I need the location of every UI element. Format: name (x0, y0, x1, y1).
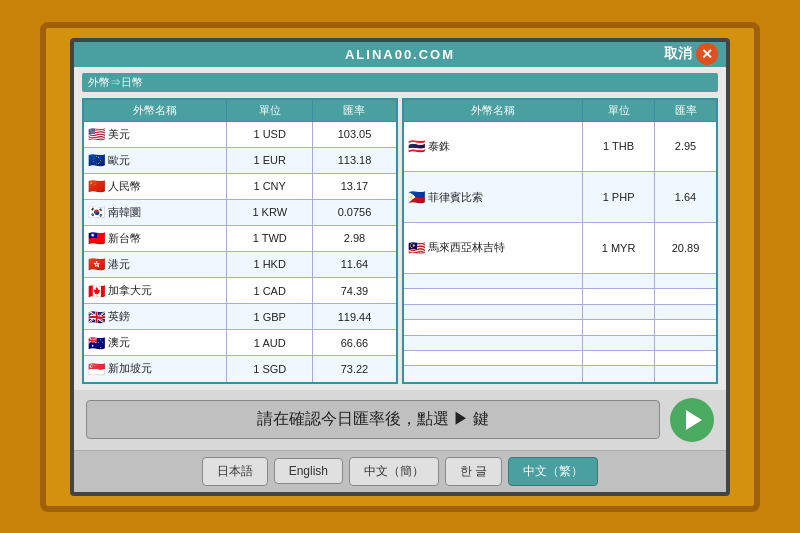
rate-cell (655, 304, 717, 319)
flag-icon: 🇹🇭 (408, 138, 425, 154)
unit-cell: 1 CNY (227, 173, 312, 199)
table-row: 🇵🇭 菲律賓比索 1 PHP 1.64 (403, 172, 717, 223)
currency-cell: 🇬🇧 英鎊 (83, 304, 227, 330)
currency-cell (403, 304, 583, 319)
currency-name: 美元 (108, 127, 130, 142)
machine-frame: ALINA00.COM 取消 ✕ 外幣⇒日幣 外幣名稱 單位 匯率 (40, 22, 760, 512)
language-button[interactable]: English (274, 458, 343, 484)
table-row (403, 304, 717, 319)
table-row (403, 366, 717, 383)
table-row: 🇲🇾 馬來西亞林吉特 1 MYR 20.89 (403, 223, 717, 274)
currency-name: 泰銖 (428, 139, 450, 154)
language-button[interactable]: 中文（繁） (508, 457, 598, 486)
currency-name: 新台幣 (108, 231, 141, 246)
language-bar: 日本語English中文（簡）한 글中文（繁） (74, 450, 726, 492)
rate-cell: 2.95 (655, 121, 717, 172)
table-row: 🇪🇺 歐元 1 EUR 113.18 (83, 147, 397, 173)
rate-cell (655, 273, 717, 288)
currency-cell: 🇰🇷 南韓圜 (83, 199, 227, 225)
unit-cell (583, 289, 655, 304)
play-icon (686, 410, 702, 430)
unit-cell: 1 CAD (227, 277, 312, 303)
unit-cell: 1 MYR (583, 223, 655, 274)
confirm-area: 請在確認今日匯率後，點選 ▶ 鍵 (74, 390, 726, 450)
cancel-button[interactable]: 取消 ✕ (664, 43, 718, 65)
unit-cell: 1 KRW (227, 199, 312, 225)
unit-cell (583, 320, 655, 335)
rate-cell (655, 289, 717, 304)
language-button[interactable]: 中文（簡） (349, 457, 439, 486)
currency-name: 英鎊 (108, 309, 130, 324)
currency-name: 加拿大元 (108, 283, 152, 298)
flag-icon: 🇰🇷 (88, 204, 105, 220)
exchange-table-wrapper: 外幣名稱 單位 匯率 🇺🇸 美元 1 USD 103.05 🇪🇺 歐元 1 (82, 98, 718, 384)
rate-cell: 119.44 (312, 304, 397, 330)
table-row (403, 350, 717, 365)
rate-cell: 103.05 (312, 121, 397, 147)
rate-cell: 2.98 (312, 225, 397, 251)
unit-cell: 1 EUR (227, 147, 312, 173)
currency-cell: 🇪🇺 歐元 (83, 147, 227, 173)
unit-cell (583, 335, 655, 350)
right-col-unit: 單位 (583, 99, 655, 122)
header-title: ALINA00.COM (84, 47, 716, 62)
unit-cell: 1 HKD (227, 251, 312, 277)
unit-cell: 1 AUD (227, 330, 312, 356)
flag-icon: 🇨🇦 (88, 283, 105, 299)
currency-cell: 🇨🇳 人民幣 (83, 173, 227, 199)
rate-cell (655, 350, 717, 365)
table-row: 🇰🇷 南韓圜 1 KRW 0.0756 (83, 199, 397, 225)
right-col-rate: 匯率 (655, 99, 717, 122)
confirm-text: 請在確認今日匯率後，點選 ▶ 鍵 (86, 400, 660, 439)
left-col-name: 外幣名稱 (83, 99, 227, 122)
rate-cell: 113.18 (312, 147, 397, 173)
rate-cell (655, 320, 717, 335)
currency-name: 南韓圜 (108, 205, 141, 220)
flag-icon: 🇹🇼 (88, 230, 105, 246)
table-row (403, 335, 717, 350)
currency-cell (403, 289, 583, 304)
cancel-icon: ✕ (696, 43, 718, 65)
unit-cell: 1 GBP (227, 304, 312, 330)
table-row: 🇭🇰 港元 1 HKD 11.64 (83, 251, 397, 277)
currency-cell: 🇹🇼 新台幣 (83, 225, 227, 251)
table-row: 🇨🇳 人民幣 1 CNY 13.17 (83, 173, 397, 199)
rate-cell: 73.22 (312, 356, 397, 383)
currency-name: 馬來西亞林吉特 (428, 240, 505, 255)
currency-name: 菲律賓比索 (428, 190, 483, 205)
table-row: 🇨🇦 加拿大元 1 CAD 74.39 (83, 277, 397, 303)
language-button[interactable]: 日本語 (202, 457, 268, 486)
flag-icon: 🇬🇧 (88, 309, 105, 325)
currency-name: 歐元 (108, 153, 130, 168)
table-row: 🇸🇬 新加坡元 1 SGD 73.22 (83, 356, 397, 383)
rate-cell (655, 366, 717, 383)
rate-cell: 20.89 (655, 223, 717, 274)
currency-cell: 🇺🇸 美元 (83, 121, 227, 147)
table-row (403, 273, 717, 288)
currency-name: 澳元 (108, 335, 130, 350)
flag-icon: 🇵🇭 (408, 189, 425, 205)
screen: ALINA00.COM 取消 ✕ 外幣⇒日幣 外幣名稱 單位 匯率 (70, 38, 730, 496)
left-col-unit: 單位 (227, 99, 312, 122)
language-button[interactable]: 한 글 (445, 457, 502, 486)
flag-icon: 🇺🇸 (88, 126, 105, 142)
right-table: 外幣名稱 單位 匯率 🇹🇭 泰銖 1 THB 2.95 🇵🇭 菲律賓比索 1 (402, 98, 718, 384)
rate-cell: 13.17 (312, 173, 397, 199)
currency-cell (403, 335, 583, 350)
flag-icon: 🇪🇺 (88, 152, 105, 168)
table-row: 🇺🇸 美元 1 USD 103.05 (83, 121, 397, 147)
flag-icon: 🇲🇾 (408, 240, 425, 256)
cancel-label: 取消 (664, 45, 692, 63)
currency-cell (403, 350, 583, 365)
rate-cell: 11.64 (312, 251, 397, 277)
play-button[interactable] (670, 398, 714, 442)
unit-cell (583, 273, 655, 288)
rate-cell: 66.66 (312, 330, 397, 356)
table-row: 🇦🇺 澳元 1 AUD 66.66 (83, 330, 397, 356)
rate-cell: 74.39 (312, 277, 397, 303)
currency-cell: 🇲🇾 馬來西亞林吉特 (403, 223, 583, 274)
unit-cell (583, 304, 655, 319)
flag-icon: 🇸🇬 (88, 361, 105, 377)
unit-cell (583, 350, 655, 365)
content-area: 外幣⇒日幣 外幣名稱 單位 匯率 🇺🇸 美元 1 US (74, 67, 726, 390)
